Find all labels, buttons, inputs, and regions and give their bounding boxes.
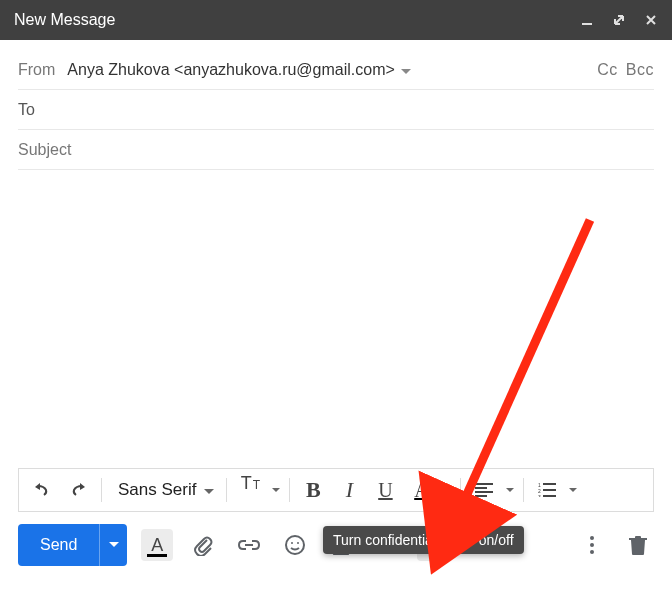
text-color-button[interactable]: A <box>404 473 438 507</box>
align-dropdown-icon[interactable] <box>503 488 517 493</box>
attach-icon[interactable] <box>187 529 219 561</box>
font-size-dropdown-icon[interactable] <box>269 488 283 493</box>
minimize-icon[interactable] <box>580 13 594 27</box>
emoji-icon[interactable] <box>279 529 311 561</box>
align-button[interactable] <box>467 473 501 507</box>
svg-point-5 <box>297 542 299 544</box>
window-title: New Message <box>14 11 115 29</box>
redo-icon[interactable] <box>61 473 95 507</box>
link-icon[interactable] <box>233 529 265 561</box>
trash-icon[interactable] <box>622 529 654 561</box>
close-icon[interactable] <box>644 13 658 27</box>
send-button[interactable]: Send <box>18 524 99 566</box>
svg-point-12 <box>590 550 594 554</box>
underline-button[interactable]: U <box>368 473 402 507</box>
to-input[interactable] <box>47 90 654 129</box>
from-dropdown-icon[interactable] <box>401 61 411 79</box>
more-options-icon[interactable] <box>576 529 608 561</box>
from-value[interactable]: Anya Zhukova <anyazhukova.ru@gmail.com> <box>67 61 395 79</box>
svg-text:3: 3 <box>538 494 541 497</box>
svg-point-11 <box>590 543 594 547</box>
svg-point-10 <box>590 536 594 540</box>
cc-button[interactable]: Cc <box>597 61 618 79</box>
subject-input[interactable] <box>18 130 654 169</box>
list-button[interactable]: 123 <box>530 473 564 507</box>
text-color-dropdown-icon[interactable] <box>440 488 454 493</box>
popout-icon[interactable] <box>612 13 626 27</box>
svg-point-3 <box>286 536 304 554</box>
chevron-down-icon <box>204 480 214 500</box>
svg-point-4 <box>291 542 293 544</box>
font-picker[interactable]: Sans Serif <box>108 473 220 507</box>
italic-button[interactable]: I <box>332 473 366 507</box>
list-dropdown-icon[interactable] <box>566 488 580 493</box>
font-name: Sans Serif <box>118 480 196 500</box>
to-label: To <box>18 101 35 119</box>
tooltip: Turn confidential mode on/off <box>323 526 524 554</box>
undo-icon[interactable] <box>25 473 59 507</box>
bold-button[interactable]: B <box>296 473 330 507</box>
formatting-toolbar: Sans Serif TT B I U A 123 <box>18 468 654 512</box>
send-options-icon[interactable] <box>99 524 127 566</box>
from-label: From <box>18 61 55 79</box>
font-size-button[interactable]: TT <box>233 473 267 507</box>
bcc-button[interactable]: Bcc <box>626 61 654 79</box>
message-body[interactable] <box>0 170 672 468</box>
formatting-toggle-button[interactable]: A <box>141 529 173 561</box>
